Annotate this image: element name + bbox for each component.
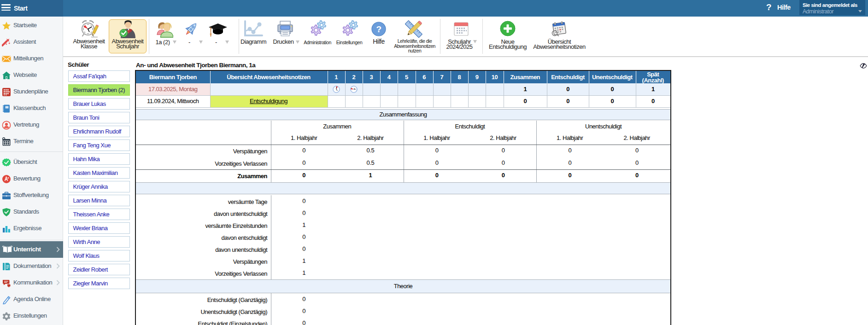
svg-text:?: ? bbox=[376, 24, 381, 34]
